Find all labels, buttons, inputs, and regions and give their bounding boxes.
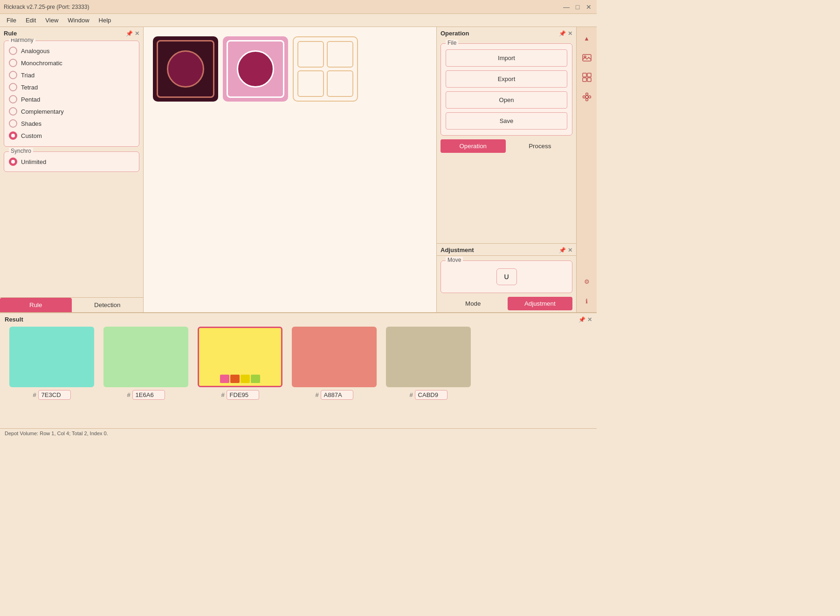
swatch-empty-cell-3 xyxy=(297,70,324,97)
menubar: File Edit View Window Help xyxy=(0,14,597,27)
radio-unlimited[interactable]: Unlimited xyxy=(9,156,134,168)
result-item-0: # xyxy=(9,327,94,400)
radio-triad[interactable]: Triad xyxy=(9,69,134,81)
radio-pentad[interactable]: Pentad xyxy=(9,93,134,105)
adj-tab-adjustment[interactable]: Adjustment xyxy=(508,297,573,310)
save-button[interactable]: Save xyxy=(446,112,567,130)
adjustment-content: Move U Mode Adjustment xyxy=(437,255,576,312)
result-hex-1[interactable] xyxy=(132,390,165,400)
far-right-panel: ▲ ⚙ ℹ xyxy=(576,27,597,312)
right-panel: Operation 📌 ✕ File Import Export Open Sa… xyxy=(436,27,576,312)
radio-monochromatic[interactable]: Monochromatic xyxy=(9,57,134,69)
result-panel-title: Result xyxy=(5,316,23,323)
radio-pentad-circle xyxy=(9,95,17,103)
op-close-icon[interactable]: ✕ xyxy=(568,30,572,37)
op-pin-icon[interactable]: 📌 xyxy=(559,30,566,37)
adj-tab-mode[interactable]: Mode xyxy=(441,297,506,310)
close-button[interactable]: ✕ xyxy=(585,3,593,11)
import-button[interactable]: Import xyxy=(446,49,567,67)
canvas-swatch-pink[interactable] xyxy=(223,36,288,102)
menu-view[interactable]: View xyxy=(41,15,63,26)
radio-analogous-circle xyxy=(9,47,17,55)
minimize-button[interactable]: — xyxy=(562,3,571,11)
radio-shades-circle xyxy=(9,119,17,128)
gear-icon[interactable]: ⚙ xyxy=(579,274,594,289)
radio-tetrad[interactable]: Tetrad xyxy=(9,81,134,93)
result-swatch-3[interactable] xyxy=(292,327,377,387)
result-swatch-2[interactable] xyxy=(198,327,282,387)
flower-icon[interactable] xyxy=(579,89,594,104)
close-panel-icon[interactable]: ✕ xyxy=(135,30,139,37)
svg-point-10 xyxy=(588,96,591,98)
export-button[interactable]: Export xyxy=(446,70,567,88)
pin-icon[interactable]: 📌 xyxy=(126,30,133,37)
op-tab-process[interactable]: Process xyxy=(508,139,573,153)
status-bar: Depot Volume: Row 1, Col 4; Total 2, Ind… xyxy=(0,428,597,438)
operation-panel-title: Operation xyxy=(441,30,469,37)
canvas-swatch-dark[interactable] xyxy=(153,36,218,102)
operation-panel-header: Operation 📌 ✕ xyxy=(437,27,576,39)
result-swatch-1[interactable] xyxy=(103,327,188,387)
svg-point-9 xyxy=(583,96,585,98)
mini-swatch-orange xyxy=(230,375,240,383)
adjustment-panel-icons: 📌 ✕ xyxy=(559,247,572,253)
mini-swatch-yellow xyxy=(241,375,250,383)
rule-content: Harmony Analogous Monochromatic Triad Te… xyxy=(0,39,143,297)
operation-panel-icons: 📌 ✕ xyxy=(559,30,572,37)
grid-icon[interactable] xyxy=(579,70,594,85)
tab-rule[interactable]: Rule xyxy=(0,298,72,312)
radio-analogous[interactable]: Analogous xyxy=(9,45,134,57)
menu-window[interactable]: Window xyxy=(63,15,94,26)
result-swatch-4[interactable] xyxy=(386,327,471,387)
canvas-swatch-empty[interactable] xyxy=(293,36,358,102)
result-pin-icon[interactable]: 📌 xyxy=(578,316,585,323)
result-hex-4[interactable] xyxy=(415,390,448,400)
move-key-u[interactable]: U xyxy=(496,268,517,285)
radio-shades[interactable]: Shades xyxy=(9,117,134,130)
info-icon[interactable]: ℹ xyxy=(579,294,594,308)
triangle-icon[interactable]: ▲ xyxy=(579,31,594,46)
adjustment-tabs: Mode Adjustment xyxy=(441,297,572,310)
result-hex-2[interactable] xyxy=(227,390,259,400)
result-color-row-3: # xyxy=(315,390,353,400)
menu-help[interactable]: Help xyxy=(94,15,116,26)
radio-custom[interactable]: Custom xyxy=(9,130,134,142)
result-panel: Result 📌 ✕ # # xyxy=(0,312,597,438)
result-hash-0: # xyxy=(33,391,36,398)
svg-point-6 xyxy=(585,96,588,98)
mini-swatch-green xyxy=(251,375,260,383)
radio-triad-label: Triad xyxy=(21,72,34,79)
svg-rect-4 xyxy=(583,78,586,82)
result-hash-1: # xyxy=(127,391,130,398)
radio-pentad-label: Pentad xyxy=(21,96,40,103)
adj-pin-icon[interactable]: 📌 xyxy=(559,247,566,253)
result-swatch-0[interactable] xyxy=(9,327,94,387)
result-item-2: # xyxy=(198,327,282,400)
result-swatches: # # # xyxy=(0,325,597,428)
svg-rect-0 xyxy=(583,55,591,61)
open-button[interactable]: Open xyxy=(446,91,567,109)
operation-tabs: Operation Process xyxy=(441,139,572,153)
move-group: Move U xyxy=(441,260,572,293)
svg-rect-3 xyxy=(587,73,591,77)
tab-detection[interactable]: Detection xyxy=(72,298,144,312)
image-icon[interactable] xyxy=(579,50,594,65)
result-close-icon[interactable]: ✕ xyxy=(587,316,592,323)
menu-edit[interactable]: Edit xyxy=(21,15,41,26)
operation-content: File Import Export Open Save Operation P… xyxy=(437,39,576,243)
radio-complementary[interactable]: Complementary xyxy=(9,105,134,117)
maximize-button[interactable]: □ xyxy=(573,3,582,11)
radio-unlimited-label: Unlimited xyxy=(21,158,46,165)
menu-file[interactable]: File xyxy=(2,15,21,26)
result-panel-icons: 📌 ✕ xyxy=(578,316,592,323)
result-hex-3[interactable] xyxy=(321,390,353,400)
rule-panel-title: Rule xyxy=(4,30,17,37)
radio-tetrad-circle xyxy=(9,83,17,91)
radio-analogous-label: Analogous xyxy=(21,48,49,55)
result-hex-0[interactable] xyxy=(38,390,71,400)
adj-close-icon[interactable]: ✕ xyxy=(568,247,572,253)
op-tab-operation[interactable]: Operation xyxy=(441,139,506,153)
swatch-dark-circle xyxy=(167,50,204,88)
result-hash-3: # xyxy=(315,391,318,398)
canvas-swatches xyxy=(148,32,432,106)
